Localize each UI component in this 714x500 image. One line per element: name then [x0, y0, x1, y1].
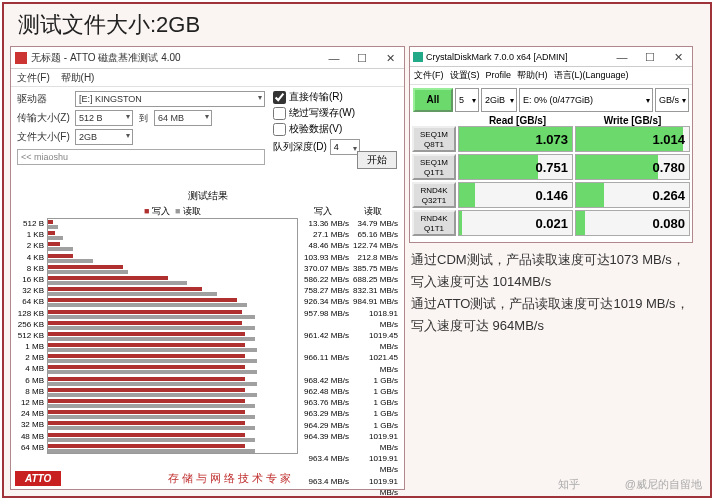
y-label: 64 KB [17, 296, 47, 307]
y-label: 2 MB [17, 352, 47, 363]
bar-row [48, 275, 297, 286]
y-label: 128 KB [17, 308, 47, 319]
minimize-icon[interactable]: — [608, 47, 636, 67]
y-label: 12 MB [17, 397, 47, 408]
cdm-row: RND4K Q1T1 0.021 0.080 [412, 210, 690, 236]
all-button[interactable]: All [413, 88, 453, 112]
atto-menubar[interactable]: 文件(F) 帮助(H) [11, 69, 404, 87]
atto-window: 无标题 - ATTO 磁盘基准测试 4.00 — ☐ ✕ 文件(F) 帮助(H)… [10, 46, 405, 490]
y-label: 512 KB [17, 330, 47, 341]
y-label: 1 KB [17, 229, 47, 240]
drive-select[interactable]: E: 0% (0/477GiB) [519, 88, 653, 112]
cdm-menubar[interactable]: 文件(F)设置(S)Profile帮助(H)语言(L)(Language) [410, 67, 692, 85]
cdm-write-cell: 1.014 [575, 126, 690, 152]
atto-logo: ATTO [15, 471, 61, 486]
author-watermark: @威尼的自留地 [625, 477, 702, 492]
menu-file[interactable]: 文件(F) [17, 72, 50, 83]
depth-select[interactable]: 4 [330, 139, 360, 155]
y-label: 64 MB [17, 442, 47, 453]
bar-row [48, 387, 297, 398]
y-label: 6 MB [17, 375, 47, 386]
y-label: 32 MB [17, 419, 47, 430]
atto-chart [47, 218, 298, 454]
atto-title: 无标题 - ATTO 磁盘基准测试 4.00 [31, 51, 181, 65]
unit-select[interactable]: GB/s [655, 88, 689, 112]
bar-row [48, 376, 297, 387]
results-title: 测试结果 [17, 189, 398, 203]
page-title: 测试文件大小:2GB [4, 4, 710, 46]
drive-label: 驱动器 [17, 92, 75, 106]
atto-app-icon [15, 52, 27, 64]
verify-checkbox[interactable] [273, 123, 286, 136]
bar-row [48, 297, 297, 308]
menu-help[interactable]: 帮助(H) [61, 72, 95, 83]
bar-row [48, 398, 297, 409]
cdm-read-cell: 1.073 [458, 126, 573, 152]
maximize-icon[interactable]: ☐ [636, 47, 664, 67]
y-label: 8 MB [17, 386, 47, 397]
maximize-icon[interactable]: ☐ [348, 48, 376, 68]
cdm-read-cell: 0.751 [458, 154, 573, 180]
bar-row [48, 432, 297, 443]
atto-results: 测试结果 ■ 写入 ■ 读取写入读取 512 B1 KB2 KB4 KB8 KB… [17, 189, 398, 461]
cdm-row: SEQ1M Q1T1 0.751 0.780 [412, 154, 690, 180]
close-icon[interactable]: ✕ [664, 47, 692, 67]
bar-row [48, 342, 297, 353]
cdm-read-cell: 0.021 [458, 210, 573, 236]
bar-row [48, 353, 297, 364]
y-label: 4 KB [17, 252, 47, 263]
cdm-title: CrystalDiskMark 7.0.0 x64 [ADMIN] [426, 52, 568, 62]
buffer-checkbox[interactable] [273, 107, 286, 120]
description-input[interactable]: << miaoshu [17, 149, 265, 165]
depth-label: 队列深度(D) [273, 139, 327, 155]
verify-label: 校验数据(V) [289, 121, 342, 137]
read-header: Read [GB/s] [460, 115, 575, 126]
y-label: 1 MB [17, 341, 47, 352]
atto-slogan: 存储与网络技术专家 [61, 471, 400, 486]
direct-label: 直接传输(R) [289, 89, 343, 105]
description-text: 通过CDM测试，产品读取速度可达1073 MB/s，写入速度可达 1014MB/… [409, 243, 693, 490]
cdm-row: SEQ1M Q8T1 1.073 1.014 [412, 126, 690, 152]
minimize-icon[interactable]: — [320, 48, 348, 68]
y-label: 512 B [17, 218, 47, 229]
y-label: 4 MB [17, 363, 47, 374]
direct-checkbox[interactable] [273, 91, 286, 104]
filesize-select[interactable]: 2GB [75, 129, 133, 145]
cdm-test-button[interactable]: SEQ1M Q8T1 [412, 126, 456, 152]
bar-row [48, 409, 297, 420]
cdm-test-button[interactable]: RND4K Q32T1 [412, 182, 456, 208]
bar-row [48, 443, 297, 454]
cdm-write-cell: 0.264 [575, 182, 690, 208]
loops-select[interactable]: 5 [455, 88, 479, 112]
cdm-write-cell: 0.080 [575, 210, 690, 236]
cdm-test-button[interactable]: SEQ1M Q1T1 [412, 154, 456, 180]
bar-row [48, 264, 297, 275]
zhihu-watermark: 知乎 [558, 477, 580, 492]
bar-row [48, 309, 297, 320]
bar-row [48, 420, 297, 431]
write-header: Write [GB/s] [575, 115, 690, 126]
cdm-test-button[interactable]: RND4K Q1T1 [412, 210, 456, 236]
xfer-from-select[interactable]: 512 B [75, 110, 133, 126]
bar-row [48, 320, 297, 331]
xfer-to-select[interactable]: 64 MB [154, 110, 212, 126]
to-text: 到 [139, 112, 148, 125]
drive-select[interactable]: [E:] KINGSTON [75, 91, 265, 107]
y-label: 2 KB [17, 240, 47, 251]
bar-row [48, 286, 297, 297]
bar-row [48, 253, 297, 264]
bar-row [48, 219, 297, 230]
y-label: 16 KB [17, 274, 47, 285]
bar-row [48, 241, 297, 252]
y-label: 24 MB [17, 408, 47, 419]
y-label: 8 KB [17, 263, 47, 274]
size-select[interactable]: 2GiB [481, 88, 517, 112]
cdm-write-cell: 0.780 [575, 154, 690, 180]
bar-row [48, 364, 297, 375]
xfer-label: 传输大小(Z) [17, 111, 75, 125]
y-label: 256 KB [17, 319, 47, 330]
start-button[interactable]: 开始 [357, 151, 397, 169]
bar-row [48, 230, 297, 241]
close-icon[interactable]: ✕ [376, 48, 404, 68]
cdm-app-icon [413, 52, 423, 62]
